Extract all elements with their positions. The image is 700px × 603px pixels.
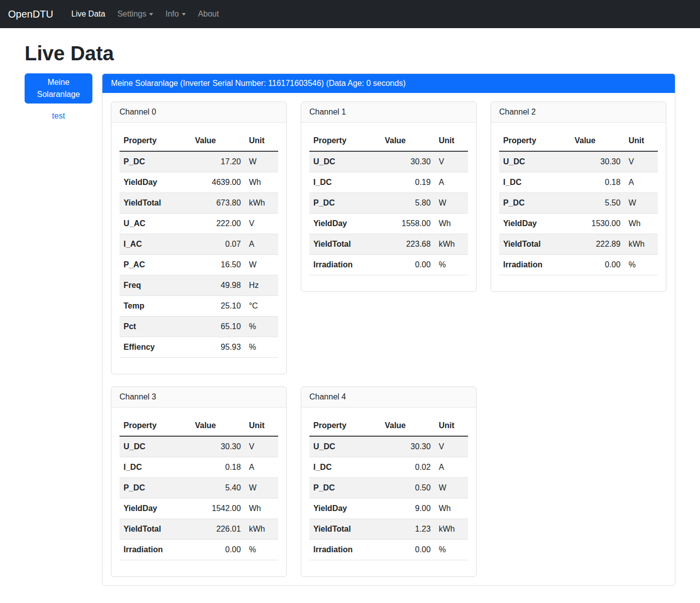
value-cell: 0.18 xyxy=(191,457,245,478)
channel-table: Property Value Unit U_DC30.30VI_DC0.02AP… xyxy=(309,416,468,560)
column-header-property: Property xyxy=(499,131,570,151)
unit-cell: Wh xyxy=(435,498,468,519)
table-row: P_DC17.20W xyxy=(120,151,278,172)
unit-cell: % xyxy=(245,337,278,358)
value-cell: 0.50 xyxy=(381,478,434,498)
value-cell: 0.00 xyxy=(570,255,624,275)
value-cell: 30.30 xyxy=(381,151,434,172)
value-cell: 30.30 xyxy=(570,151,624,172)
table-row: U_DC30.30V xyxy=(309,151,468,172)
table-row: Temp25.10°C xyxy=(120,296,278,317)
table-row: U_DC30.30V xyxy=(499,151,658,172)
nav-item-info[interactable]: Info xyxy=(161,6,190,23)
property-cell: YieldTotal xyxy=(120,519,191,540)
sidebar-item-test[interactable]: test xyxy=(25,112,92,121)
unit-cell: kWh xyxy=(435,234,468,255)
table-row: U_AC222.00V xyxy=(120,214,278,234)
channel-card: Channel 2 Property Value Unit U_DC30.30V… xyxy=(491,102,666,292)
unit-cell: V xyxy=(245,436,278,457)
property-cell: I_AC xyxy=(120,234,191,255)
unit-cell: kWh xyxy=(245,193,278,214)
property-cell: U_DC xyxy=(309,151,381,172)
property-cell: YieldDay xyxy=(499,214,570,234)
unit-cell: % xyxy=(245,317,278,337)
table-row: P_DC5.40W xyxy=(120,478,278,498)
nav-item-label: Live Data xyxy=(71,10,105,19)
channel-card: Channel 4 Property Value Unit U_DC30.30V… xyxy=(301,386,477,577)
table-header-row: Property Value Unit xyxy=(120,416,278,436)
property-cell: Effiency xyxy=(120,337,191,358)
unit-cell: % xyxy=(625,255,658,275)
property-cell: Temp xyxy=(120,296,191,317)
property-cell: P_DC xyxy=(120,151,191,172)
page-title: Live Data xyxy=(25,41,675,65)
table-row: I_DC0.19A xyxy=(309,172,468,193)
property-cell: YieldTotal xyxy=(499,234,570,255)
nav-item-label: Settings xyxy=(118,10,147,19)
property-cell: P_AC xyxy=(120,255,191,275)
nav-item-settings[interactable]: Settings xyxy=(113,6,158,23)
unit-cell: Hz xyxy=(245,275,278,296)
value-cell: 1.23 xyxy=(381,519,434,540)
navbar-brand[interactable]: OpenDTU xyxy=(6,7,55,22)
value-cell: 95.93 xyxy=(191,337,245,358)
value-cell: 9.00 xyxy=(381,498,434,519)
value-cell: 16.50 xyxy=(191,255,245,275)
table-row: YieldDay9.00Wh xyxy=(309,498,468,519)
property-cell: P_DC xyxy=(309,478,381,498)
value-cell: 5.40 xyxy=(191,478,245,498)
unit-cell: W xyxy=(245,255,278,275)
value-cell: 30.30 xyxy=(191,436,245,457)
value-cell: 0.07 xyxy=(191,234,245,255)
property-cell: I_DC xyxy=(499,172,570,193)
column-header-value: Value xyxy=(191,416,245,436)
channel-table: Property Value Unit U_DC30.30VI_DC0.18AP… xyxy=(120,416,278,560)
column-header-unit: Unit xyxy=(245,131,278,151)
channel-title: Channel 2 xyxy=(491,102,666,123)
table-row: YieldDay1558.00Wh xyxy=(309,214,468,234)
nav-item-live-data[interactable]: Live Data xyxy=(67,6,109,23)
unit-cell: A xyxy=(245,457,278,478)
table-row: YieldTotal1.23kWh xyxy=(309,519,468,540)
column-header-property: Property xyxy=(309,416,381,436)
property-cell: YieldDay xyxy=(120,172,191,193)
unit-cell: W xyxy=(245,478,278,498)
column-header-unit: Unit xyxy=(435,131,468,151)
value-cell: 223.68 xyxy=(381,234,434,255)
nav-item-about[interactable]: About xyxy=(194,6,223,23)
table-row: I_DC0.02A xyxy=(309,457,468,478)
channel-card-body: Property Value Unit P_DC17.20WYieldDay46… xyxy=(111,123,286,374)
property-cell: Pct xyxy=(120,317,191,337)
value-cell: 4639.00 xyxy=(191,172,245,193)
property-cell: Irradiation xyxy=(499,255,570,275)
table-row: P_DC5.50W xyxy=(499,193,658,214)
unit-cell: Wh xyxy=(245,172,278,193)
column-header-unit: Unit xyxy=(625,131,658,151)
table-header-row: Property Value Unit xyxy=(309,131,468,151)
value-cell: 673.80 xyxy=(191,193,245,214)
value-cell: 65.10 xyxy=(191,317,245,337)
inverter-select-button[interactable]: Meine Solaranlage xyxy=(25,73,92,104)
column-header-property: Property xyxy=(309,131,381,151)
value-cell: 5.80 xyxy=(381,193,434,214)
unit-cell: V xyxy=(245,214,278,234)
value-cell: 226.01 xyxy=(191,519,245,540)
unit-cell: A xyxy=(625,172,658,193)
value-cell: 25.10 xyxy=(191,296,245,317)
channels-grid: Channel 0 Property Value Unit P_DC17.20W… xyxy=(111,102,666,577)
channel-title: Channel 4 xyxy=(301,387,476,408)
table-row: P_DC5.80W xyxy=(309,193,468,214)
value-cell: 0.02 xyxy=(381,457,434,478)
channel-card-body: Property Value Unit U_DC30.30VI_DC0.18AP… xyxy=(111,408,286,576)
channel-title: Channel 0 xyxy=(111,102,286,123)
channel-card: Channel 3 Property Value Unit U_DC30.30V… xyxy=(111,386,287,577)
navbar: OpenDTU Live Data Settings Info About xyxy=(0,0,700,28)
unit-cell: kWh xyxy=(245,519,278,540)
table-header-row: Property Value Unit xyxy=(120,131,278,151)
table-row: YieldDay1542.00Wh xyxy=(120,498,278,519)
unit-cell: V xyxy=(625,151,658,172)
unit-cell: V xyxy=(435,436,468,457)
channel-card-body: Property Value Unit U_DC30.30VI_DC0.18AP… xyxy=(491,123,666,291)
table-row: Pct65.10% xyxy=(120,317,278,337)
value-cell: 5.50 xyxy=(570,193,624,214)
